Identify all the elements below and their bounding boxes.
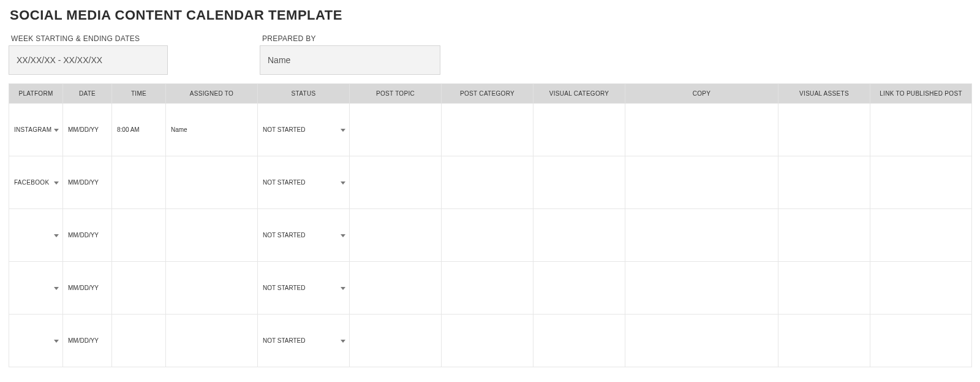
- time-cell-label: 8:00 AM: [117, 126, 140, 133]
- week-input[interactable]: [9, 45, 168, 75]
- table-row: MM/DD/YYNOT STARTED: [9, 315, 972, 367]
- time-cell[interactable]: [112, 156, 166, 209]
- status-cell-label: NOT STARTED: [263, 337, 305, 344]
- col-status: STATUS: [258, 84, 350, 104]
- chevron-down-icon: [341, 234, 345, 237]
- topic-cell[interactable]: [350, 262, 442, 315]
- assets-cell[interactable]: [778, 156, 870, 209]
- platform-cell[interactable]: INSTAGRAM: [9, 104, 63, 156]
- week-field: WEEK STARTING & ENDING DATES: [9, 34, 168, 75]
- platform-cell[interactable]: [9, 262, 63, 315]
- date-cell[interactable]: MM/DD/YY: [63, 262, 112, 315]
- vcategory-cell[interactable]: [533, 209, 625, 262]
- chevron-down-icon: [341, 181, 345, 185]
- date-cell-label: MM/DD/YY: [68, 285, 99, 291]
- category-cell[interactable]: [442, 104, 533, 156]
- col-time: TIME: [112, 84, 166, 104]
- assigned-cell-label: Name: [171, 126, 187, 133]
- chevron-down-icon: [341, 129, 345, 132]
- copy-cell[interactable]: [625, 262, 778, 315]
- time-cell[interactable]: 8:00 AM: [112, 104, 166, 156]
- assigned-cell[interactable]: Name: [166, 104, 258, 156]
- meta-row: WEEK STARTING & ENDING DATES PREPARED BY: [9, 34, 971, 75]
- date-cell[interactable]: MM/DD/YY: [63, 156, 112, 209]
- copy-cell[interactable]: [625, 209, 778, 262]
- link-cell[interactable]: [870, 315, 972, 367]
- calendar-table: PLATFORM DATE TIME ASSIGNED TO STATUS PO…: [9, 83, 972, 367]
- status-cell[interactable]: NOT STARTED: [258, 262, 350, 315]
- chevron-down-icon: [54, 287, 59, 290]
- chevron-down-icon: [341, 287, 345, 290]
- status-cell[interactable]: NOT STARTED: [258, 156, 350, 209]
- link-cell[interactable]: [870, 156, 972, 209]
- table-row: MM/DD/YYNOT STARTED: [9, 209, 972, 262]
- chevron-down-icon: [341, 340, 345, 343]
- assets-cell[interactable]: [778, 209, 870, 262]
- prepared-input[interactable]: [260, 45, 440, 75]
- header-row: PLATFORM DATE TIME ASSIGNED TO STATUS PO…: [9, 84, 972, 104]
- assigned-cell[interactable]: [166, 262, 258, 315]
- chevron-down-icon: [54, 181, 59, 185]
- vcategory-cell[interactable]: [533, 315, 625, 367]
- link-cell[interactable]: [870, 104, 972, 156]
- vcategory-cell[interactable]: [533, 104, 625, 156]
- assigned-cell[interactable]: [166, 209, 258, 262]
- copy-cell[interactable]: [625, 315, 778, 367]
- copy-cell[interactable]: [625, 156, 778, 209]
- category-cell[interactable]: [442, 315, 533, 367]
- assets-cell[interactable]: [778, 262, 870, 315]
- status-cell-label: NOT STARTED: [263, 179, 305, 186]
- chevron-down-icon: [54, 340, 59, 343]
- status-cell[interactable]: NOT STARTED: [258, 104, 350, 156]
- time-cell[interactable]: [112, 315, 166, 367]
- table-row: MM/DD/YYNOT STARTED: [9, 262, 972, 315]
- col-assigned: ASSIGNED TO: [166, 84, 258, 104]
- date-cell-label: MM/DD/YY: [68, 232, 99, 239]
- vcategory-cell[interactable]: [533, 156, 625, 209]
- col-copy: COPY: [625, 84, 778, 104]
- topic-cell[interactable]: [350, 104, 442, 156]
- assigned-cell[interactable]: [166, 315, 258, 367]
- col-platform: PLATFORM: [9, 84, 63, 104]
- status-cell[interactable]: NOT STARTED: [258, 209, 350, 262]
- category-cell[interactable]: [442, 209, 533, 262]
- status-cell[interactable]: NOT STARTED: [258, 315, 350, 367]
- status-cell-label: NOT STARTED: [263, 285, 305, 291]
- col-topic: POST TOPIC: [350, 84, 442, 104]
- col-assets: VISUAL ASSETS: [778, 84, 870, 104]
- date-cell[interactable]: MM/DD/YY: [63, 104, 112, 156]
- table-row: FACEBOOKMM/DD/YYNOT STARTED: [9, 156, 972, 209]
- platform-cell[interactable]: [9, 209, 63, 262]
- platform-cell[interactable]: FACEBOOK: [9, 156, 63, 209]
- assigned-cell[interactable]: [166, 156, 258, 209]
- week-label: WEEK STARTING & ENDING DATES: [11, 34, 168, 43]
- chevron-down-icon: [54, 129, 59, 132]
- col-vcategory: VISUAL CATEGORY: [533, 84, 625, 104]
- time-cell[interactable]: [112, 262, 166, 315]
- chevron-down-icon: [54, 234, 59, 237]
- category-cell[interactable]: [442, 262, 533, 315]
- topic-cell[interactable]: [350, 315, 442, 367]
- platform-cell-label: FACEBOOK: [14, 179, 49, 186]
- time-cell[interactable]: [112, 209, 166, 262]
- date-cell[interactable]: MM/DD/YY: [63, 315, 112, 367]
- col-category: POST CATEGORY: [442, 84, 533, 104]
- link-cell[interactable]: [870, 209, 972, 262]
- topic-cell[interactable]: [350, 209, 442, 262]
- page-title: SOCIAL MEDIA CONTENT CALENDAR TEMPLATE: [10, 7, 971, 23]
- topic-cell[interactable]: [350, 156, 442, 209]
- prepared-label: PREPARED BY: [262, 34, 440, 43]
- category-cell[interactable]: [442, 156, 533, 209]
- vcategory-cell[interactable]: [533, 262, 625, 315]
- date-cell[interactable]: MM/DD/YY: [63, 209, 112, 262]
- assets-cell[interactable]: [778, 315, 870, 367]
- date-cell-label: MM/DD/YY: [68, 126, 99, 133]
- table-row: INSTAGRAMMM/DD/YY8:00 AMNameNOT STARTED: [9, 104, 972, 156]
- copy-cell[interactable]: [625, 104, 778, 156]
- link-cell[interactable]: [870, 262, 972, 315]
- date-cell-label: MM/DD/YY: [68, 337, 99, 344]
- assets-cell[interactable]: [778, 104, 870, 156]
- status-cell-label: NOT STARTED: [263, 126, 305, 133]
- platform-cell[interactable]: [9, 315, 63, 367]
- date-cell-label: MM/DD/YY: [68, 179, 99, 186]
